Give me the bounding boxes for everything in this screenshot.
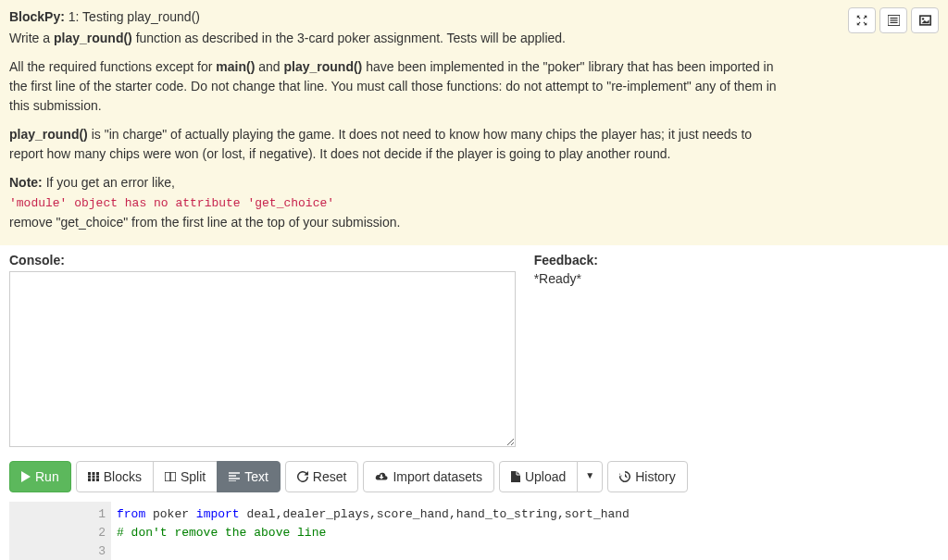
console-title: Console: [9,253,516,268]
feedback-text: *Ready* [534,271,939,286]
svg-rect-9 [96,472,99,475]
cloud-download-icon [375,471,388,482]
blocks-button[interactable]: Blocks [76,461,154,492]
history-button[interactable]: History [607,461,688,492]
list-icon [888,15,900,26]
code-line[interactable]: # don't remove the above line [117,524,933,542]
upload-group: Upload ▼ [499,461,603,492]
code-editor[interactable]: 123 from poker import deal,dealer_plays,… [0,502,948,561]
instruction-line-1: Write a play_round() function as describ… [9,29,787,48]
refresh-icon [297,471,308,482]
file-icon [511,471,520,482]
feedback-title: Feedback: [534,253,939,268]
editor-toolbar: Run Blocks Split Text Reset Import datas… [0,456,948,502]
th-icon [88,472,99,481]
svg-rect-7 [88,472,91,475]
play-icon [21,471,31,482]
run-button[interactable]: Run [9,461,71,492]
paragraph-2: All the required functions except for ma… [9,57,787,116]
title-text: 1: Testing play_round() [65,9,200,24]
fullscreen-icon [856,15,867,26]
caret-down-icon: ▼ [585,469,594,482]
svg-rect-12 [96,475,99,478]
text-button[interactable]: Text [217,461,281,492]
console-output[interactable] [9,271,516,447]
title-line: BlockPy: 1: Testing play_round() [9,7,787,27]
svg-rect-14 [92,479,94,481]
reset-button[interactable]: Reset [285,461,359,492]
split-button[interactable]: Split [153,461,218,492]
upload-button[interactable]: Upload [499,461,578,492]
svg-point-6 [921,18,923,19]
import-button[interactable]: Import datasets [363,461,494,492]
line-number: 3 [17,542,106,561]
svg-rect-13 [88,479,91,481]
error-message: 'module' object has no attribute 'get_ch… [9,196,334,210]
columns-icon [165,472,176,481]
picture-icon [919,15,931,26]
svg-rect-10 [88,475,91,478]
fullscreen-button[interactable] [848,7,876,33]
line-number: 1 [17,505,106,524]
svg-rect-11 [92,475,94,478]
note-paragraph: Note: If you get an error like, 'module'… [9,173,787,232]
svg-rect-15 [96,479,99,481]
code-line[interactable] [117,542,933,561]
align-left-icon [229,472,240,481]
panels-row: Console: Feedback: *Ready* [0,245,948,456]
header-toolbar [848,7,939,33]
picture-button[interactable] [911,7,939,33]
menu-button[interactable] [879,7,907,33]
assignment-header: BlockPy: 1: Testing play_round() Write a… [0,0,948,245]
console-panel: Console: [9,253,516,447]
svg-rect-8 [92,472,94,475]
code-content[interactable]: from poker import deal,dealer_plays,scor… [111,502,939,561]
paragraph-3: play_round() is "in charge" of actually … [9,125,787,164]
upload-dropdown-button[interactable]: ▼ [577,461,603,492]
code-line[interactable]: from poker import deal,dealer_plays,scor… [117,505,933,524]
history-icon [619,471,630,482]
blockpy-label: BlockPy: [9,9,65,24]
view-mode-group: Blocks Split Text [76,461,281,492]
feedback-panel: Feedback: *Ready* [534,253,939,447]
line-gutter: 123 [9,502,111,561]
line-number: 2 [17,524,106,542]
